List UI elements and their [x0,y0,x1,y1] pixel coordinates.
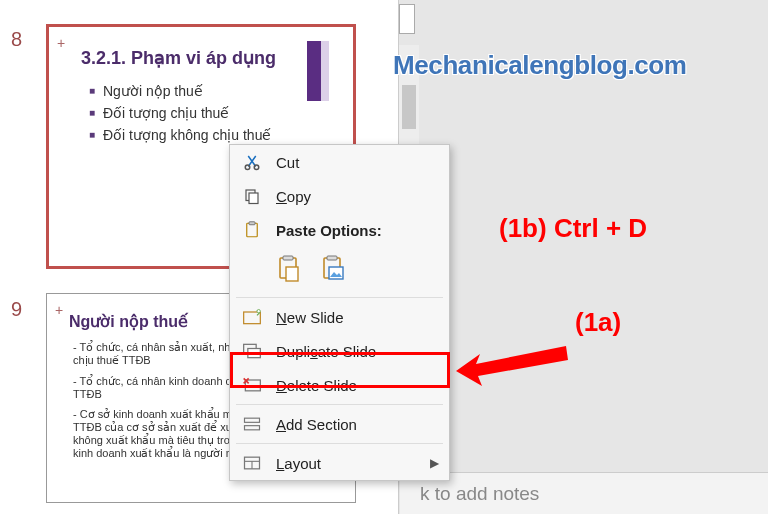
slide-number-8: 8 [11,28,22,51]
svg-rect-5 [249,222,255,225]
menu-label: New Slide [276,309,344,326]
menu-label: Cut [276,154,299,171]
menu-new-slide[interactable]: New Slide [230,300,449,334]
menu-paste-options: Paste Options: [230,213,449,247]
svg-point-13 [257,310,260,313]
menu-label: Copy [276,188,311,205]
svg-marker-22 [456,346,568,386]
menu-label: Delete Slide [276,377,357,394]
svg-rect-18 [245,426,260,430]
menu-separator [236,404,443,405]
menu-layout[interactable]: Layout ▶ [230,446,449,480]
menu-cut[interactable]: Cut [230,145,449,179]
new-slide-icon [240,305,264,329]
bullet-item: Đối tượng không chịu thuế [89,127,331,143]
menu-label: Duplicate Slide [276,343,376,360]
watermark-text: Mechanicalengblog.com [393,50,687,81]
annotation-1b: (1b) Ctrl + D [499,213,647,244]
scrollbar-thumb[interactable] [402,85,416,129]
paste-options-row [230,247,449,295]
menu-add-section[interactable]: Add Section [230,407,449,441]
plus-marker: + [57,35,65,51]
svg-rect-4 [247,223,258,237]
layout-icon [240,451,264,475]
bullet-item: Đối tượng chịu thuế [89,105,331,121]
slide-number-9: 9 [11,298,22,321]
slide-bullets: Người nộp thuế Đối tượng chịu thuế Đối t… [89,83,331,143]
notes-placeholder[interactable]: k to add notes [400,472,768,514]
context-menu: Cut Copy Paste Options: New Slide Duplic… [229,144,450,481]
annotation-1a: (1a) [575,307,621,338]
plus-marker: + [55,302,63,318]
paste-icon [240,218,264,242]
menu-duplicate-slide[interactable]: Duplicate Slide [230,334,449,368]
add-section-icon [240,412,264,436]
submenu-arrow-icon: ▶ [430,456,439,470]
menu-copy[interactable]: Copy [230,179,449,213]
delete-slide-icon [240,373,264,397]
annotation-arrow [454,326,574,386]
duplicate-slide-icon [240,339,264,363]
menu-label: Add Section [276,416,357,433]
svg-rect-7 [283,256,293,260]
slide-edge [399,4,415,34]
menu-label: Layout [276,455,321,472]
svg-rect-10 [327,256,337,260]
svg-rect-3 [249,193,258,204]
decorative-bar [307,41,329,101]
svg-point-1 [254,165,259,170]
slide-title: 3.2.1. Phạm vi áp dụng [81,47,331,69]
menu-separator [236,443,443,444]
cut-icon [240,150,264,174]
paste-picture-button[interactable] [318,253,348,285]
paste-destination-theme-button[interactable] [274,253,304,285]
menu-separator [236,297,443,298]
svg-rect-8 [286,267,298,281]
bullet-item: Người nộp thuế [89,83,331,99]
menu-label: Paste Options: [276,222,382,239]
svg-rect-11 [329,267,343,279]
copy-icon [240,184,264,208]
svg-point-0 [245,165,250,170]
menu-delete-slide[interactable]: Delete Slide [230,368,449,402]
svg-rect-15 [248,349,261,358]
svg-rect-17 [245,418,260,422]
